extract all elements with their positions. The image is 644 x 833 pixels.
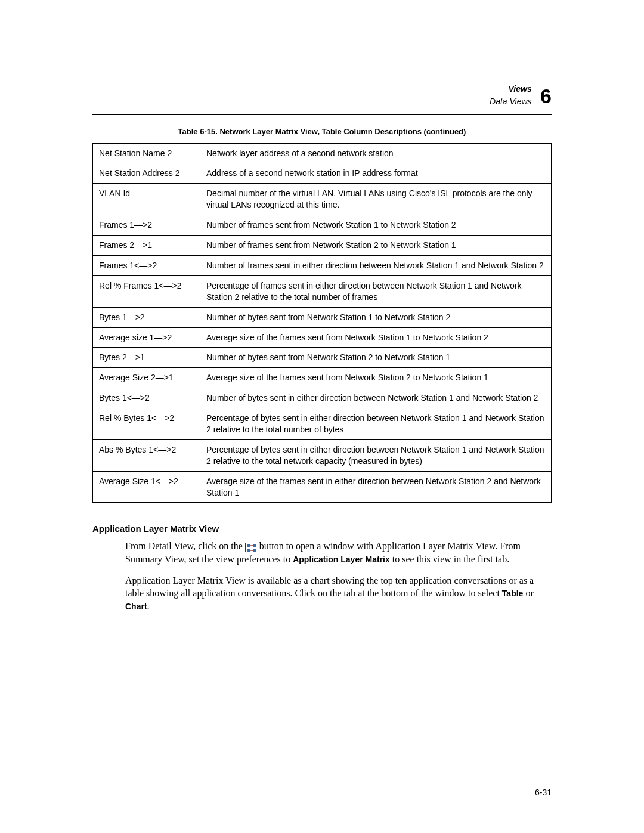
row-label: Rel % Frames 1<—>2	[93, 275, 200, 307]
table-row: Bytes 1<—>2Number of bytes sent in eithe…	[93, 388, 552, 408]
row-label: Bytes 1—>2	[93, 307, 200, 327]
table-row: Bytes 1—>2Number of bytes sent from Netw…	[93, 307, 552, 327]
page-header: Views Data Views 6	[92, 83, 552, 109]
page-number: 6-31	[535, 788, 552, 797]
row-label: Frames 1—>2	[93, 215, 200, 236]
row-description: Average size of the frames sent from Net…	[200, 368, 552, 388]
svg-rect-5	[253, 549, 256, 552]
row-description: Average size of the frames sent from Net…	[200, 327, 552, 348]
paragraph-2: Application Layer Matrix View is availab…	[125, 574, 552, 613]
header-rule	[92, 114, 552, 115]
para2-pre: Application Layer Matrix View is availab…	[125, 575, 534, 599]
matrix-view-icon	[245, 543, 257, 552]
svg-rect-1	[247, 544, 250, 547]
row-description: Number of bytes sent from Network Statio…	[200, 307, 552, 327]
table-row: Frames 1—>2Number of frames sent from Ne…	[93, 215, 552, 236]
table-row: Bytes 2—>1Number of bytes sent from Netw…	[93, 348, 552, 368]
table-row: Abs % Bytes 1<—>2Percentage of bytes sen…	[93, 439, 552, 471]
chapter-number: 6	[540, 86, 552, 106]
para1-tail: to see this view in the first tab.	[390, 554, 509, 564]
description-table: Net Station Name 2Network layer address …	[92, 143, 552, 503]
row-description: Decimal number of the virtual LAN. Virtu…	[200, 184, 552, 215]
row-label: Net Station Name 2	[93, 143, 200, 163]
para2-tail: .	[147, 601, 150, 611]
row-description: Percentage of frames sent in either dire…	[200, 275, 552, 307]
row-description: Network layer address of a second networ…	[200, 143, 552, 163]
table-caption: Table 6-15. Network Layer Matrix View, T…	[92, 127, 552, 136]
para1-bold1: Application Layer Matrix	[293, 555, 390, 564]
row-label: Frames 1<—>2	[93, 255, 200, 275]
row-description: Number of bytes sent from Network Statio…	[200, 348, 552, 368]
row-description: Percentage of bytes sent in either direc…	[200, 408, 552, 440]
section-heading: Application Layer Matrix View	[92, 524, 552, 534]
row-description: Average size of the frames sent in eithe…	[200, 471, 552, 503]
table-row: Average Size 2—>1Average size of the fra…	[93, 368, 552, 388]
row-label: Average size 1—>2	[93, 327, 200, 348]
svg-rect-4	[247, 549, 250, 552]
table-row: Frames 2—>1Number of frames sent from Ne…	[93, 236, 552, 256]
row-label: Abs % Bytes 1<—>2	[93, 439, 200, 471]
row-description: Number of frames sent in either directio…	[200, 255, 552, 275]
row-label: VLAN Id	[93, 184, 200, 215]
row-description: Address of a second network station in I…	[200, 163, 552, 184]
svg-rect-2	[253, 544, 256, 547]
row-description: Number of frames sent from Network Stati…	[200, 215, 552, 236]
para1-pre: From Detail View, click on the	[125, 541, 245, 551]
row-label: Average Size 1<—>2	[93, 471, 200, 503]
row-description: Number of frames sent from Network Stati…	[200, 236, 552, 256]
para2-bold2: Chart	[125, 602, 147, 611]
table-row: Frames 1<—>2Number of frames sent in eit…	[93, 255, 552, 275]
row-label: Net Station Address 2	[93, 163, 200, 184]
header-title: Views	[508, 83, 531, 94]
para2-mid: or	[523, 588, 533, 598]
paragraph-1: From Detail View, click on the button to…	[125, 540, 552, 565]
table-row: Average Size 1<—>2Average size of the fr…	[93, 471, 552, 503]
table-row: Rel % Bytes 1<—>2Percentage of bytes sen…	[93, 408, 552, 440]
row-label: Average Size 2—>1	[93, 368, 200, 388]
row-label: Frames 2—>1	[93, 236, 200, 256]
row-description: Number of bytes sent in either direction…	[200, 388, 552, 408]
table-row: Rel % Frames 1<—>2Percentage of frames s…	[93, 275, 552, 307]
table-row: Net Station Address 2Address of a second…	[93, 163, 552, 184]
table-row: VLAN IdDecimal number of the virtual LAN…	[93, 184, 552, 215]
row-description: Percentage of bytes sent in either direc…	[200, 439, 552, 471]
row-label: Bytes 2—>1	[93, 348, 200, 368]
header-subtitle: Data Views	[490, 96, 532, 107]
table-row: Average size 1—>2Average size of the fra…	[93, 327, 552, 348]
row-label: Rel % Bytes 1<—>2	[93, 408, 200, 440]
para2-bold1: Table	[502, 589, 524, 598]
table-row: Net Station Name 2Network layer address …	[93, 143, 552, 163]
row-label: Bytes 1<—>2	[93, 388, 200, 408]
